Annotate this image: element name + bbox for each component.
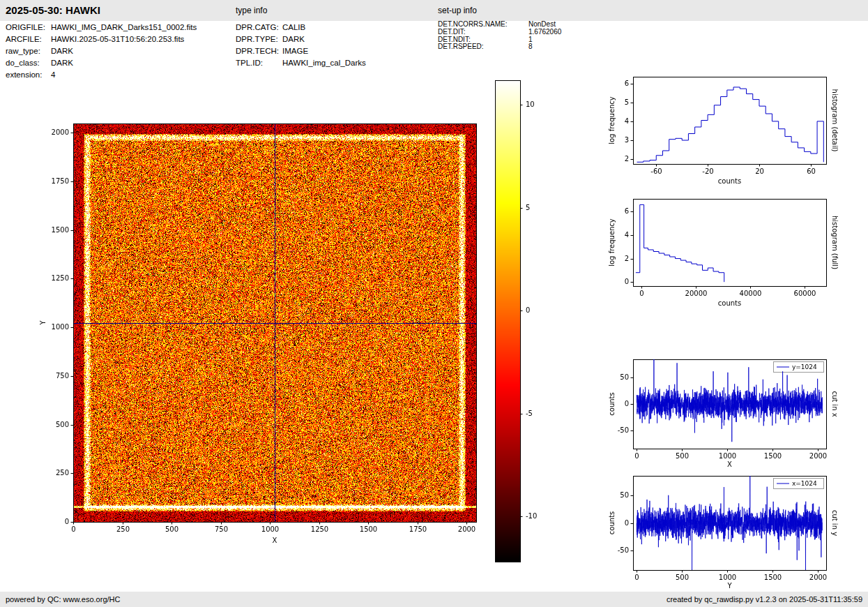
- footer-bar: powered by QC: www.eso.org/HC created by…: [0, 592, 868, 607]
- meta-value: NonDest: [528, 20, 556, 28]
- setup-info-label: set-up info: [438, 0, 477, 21]
- footer-left-text: powered by QC: www.eso.org/HC: [6, 592, 120, 607]
- type-info-block: DPR.CATG:CALIB DPR.TYPE:DARK DPR.TECH:IM…: [236, 22, 366, 69]
- meta-row: TPL.ID:HAWKI_img_cal_Darks: [236, 57, 366, 69]
- qc-report-page: 2025-05-30: HAWKI type info set-up info …: [0, 0, 868, 607]
- colorbar: [488, 66, 558, 572]
- header-bar: 2025-05-30: HAWKI type info set-up info: [0, 0, 868, 21]
- footer-right-text: created by qc_rawdisp.py v1.2.3 on 2025-…: [667, 592, 862, 607]
- meta-value: IMAGE: [282, 47, 308, 55]
- meta-value: 1: [528, 36, 533, 43]
- meta-value: DARK: [51, 47, 73, 55]
- meta-value: 8: [528, 43, 533, 50]
- meta-row: DPR.TYPE:DARK: [236, 33, 366, 45]
- raw-image-plot: [28, 70, 502, 558]
- meta-label: DET.DIT:: [438, 29, 528, 36]
- meta-label: ARCFILE:: [6, 33, 51, 45]
- meta-row: raw_type:DARK: [6, 45, 197, 57]
- cut-in-y-plot: [593, 464, 868, 593]
- meta-label: ORIGFILE:: [6, 22, 51, 33]
- meta-row: DPR.CATG:CALIB: [236, 22, 366, 33]
- meta-label: DPR.CATG:: [236, 22, 282, 33]
- meta-row: ORIGFILE:HAWKI_IMG_DARK_Darks151_0002.fi…: [6, 22, 197, 33]
- setup-info-block: DET.NCORRS.NAME:NonDest DET.DIT:1.676206…: [438, 21, 561, 51]
- meta-label: DET.RSPEED:: [438, 43, 528, 51]
- meta-value: CALIB: [282, 23, 305, 31]
- meta-row: DET.DIT:1.6762060: [438, 29, 561, 36]
- meta-row: do_class:DARK: [6, 57, 197, 69]
- meta-row: DPR.TECH:IMAGE: [236, 45, 366, 57]
- page-title: 2025-05-30: HAWKI: [6, 0, 100, 21]
- meta-label: raw_type:: [6, 45, 51, 57]
- meta-value: DARK: [282, 35, 305, 43]
- histogram-full-plot: [593, 188, 868, 317]
- meta-value: 1.6762060: [528, 28, 561, 36]
- meta-value: DARK: [51, 59, 73, 67]
- meta-value: HAWKI_IMG_DARK_Darks151_0002.fits: [51, 23, 197, 31]
- histogram-detail-plot: [593, 68, 868, 197]
- meta-label: TPL.ID:: [236, 57, 282, 69]
- meta-value: HAWKI_img_cal_Darks: [282, 59, 366, 67]
- type-info-label: type info: [236, 0, 267, 21]
- meta-value: HAWKI.2025-05-31T10:56:20.253.fits: [51, 35, 184, 43]
- meta-label: do_class:: [6, 57, 51, 69]
- cut-in-x-plot: [593, 347, 868, 473]
- meta-row: DET.RSPEED:8: [438, 43, 561, 51]
- meta-row: ARCFILE:HAWKI.2025-05-31T10:56:20.253.fi…: [6, 33, 197, 45]
- meta-label: DPR.TECH:: [236, 45, 282, 57]
- meta-label: DPR.TYPE:: [236, 33, 282, 45]
